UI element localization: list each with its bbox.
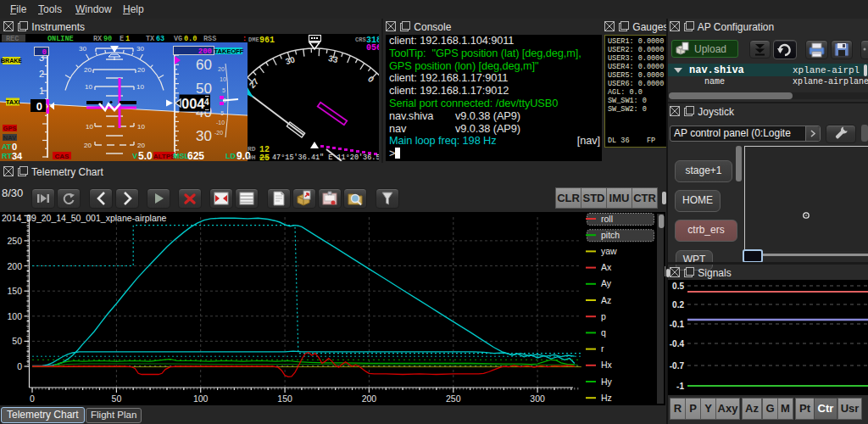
svg-text:004: 004 [181,96,205,111]
svg-text:150: 150 [277,393,292,404]
svg-text:roll: roll [601,214,613,224]
svg-text:0.2: 0.2 [672,300,684,310]
svg-text::: : [242,35,247,43]
svg-text:RT: RT [2,152,12,160]
svg-text:DME: DME [248,36,259,43]
svg-text:-0.4: -0.4 [670,339,685,349]
svg-text:5.0: 5.0 [138,150,153,161]
svg-text:Hy: Hy [601,377,613,387]
svg-text:Ay: Ay [601,278,612,288]
svg-text:q: q [601,327,606,338]
svg-text:REC: REC [6,35,19,43]
svg-text:25: 25 [259,153,270,162]
svg-text:10: 10 [137,123,145,131]
svg-text:-20: -20 [214,130,223,136]
svg-text:30: 30 [196,128,212,144]
svg-text:RX: RX [93,35,103,43]
svg-text:CRS: CRS [355,36,366,43]
svg-text:33: 33 [327,53,339,64]
svg-text:Hz: Hz [601,393,612,403]
svg-text:2: 2 [39,69,44,79]
svg-text:47°15'36.41" E 11°20'36.52": 47°15'36.41" E 11°20'36.52" [272,153,379,161]
svg-text:DH: DH [248,153,256,161]
svg-text:10: 10 [220,76,226,82]
svg-text:Az: Az [601,295,611,305]
svg-text:0: 0 [366,75,376,85]
svg-text:VG: VG [174,35,182,43]
svg-text:RD: RD [248,145,256,153]
svg-text:200: 200 [198,47,212,56]
svg-text:4: 4 [204,98,209,107]
svg-text:-0.1: -0.1 [670,320,685,329]
svg-text:20: 20 [218,66,225,72]
svg-text:10: 10 [86,123,93,131]
svg-text:BRAKE: BRAKE [1,58,22,64]
svg-text:-10: -10 [216,120,225,126]
svg-text:20: 20 [137,66,145,74]
svg-text:Hx: Hx [601,360,613,370]
svg-text:pitch: pitch [601,230,620,240]
svg-text:20: 20 [84,142,92,149]
svg-text:0: 0 [36,100,42,113]
svg-text:50: 50 [196,81,212,97]
svg-text:150: 150 [7,286,22,296]
svg-text:CAS: CAS [55,153,70,160]
svg-text:300: 300 [530,393,545,404]
svg-text:50: 50 [112,393,122,404]
svg-text:0: 0 [42,48,47,57]
svg-text:0.0: 0.0 [184,35,197,43]
svg-text:34: 34 [12,151,23,161]
svg-text:250: 250 [7,236,22,246]
svg-text:NAV: NAV [3,134,16,142]
svg-text:RSS: RSS [203,35,216,43]
svg-text:TAXI: TAXI [6,98,20,106]
svg-text:20: 20 [137,142,145,149]
svg-text:100: 100 [193,393,209,404]
svg-text:Ax: Ax [601,262,612,272]
svg-text:-5: -5 [219,110,224,116]
svg-text:0.5: 0.5 [672,282,684,291]
svg-text:TX: TX [146,35,155,43]
svg-text:90: 90 [103,35,112,43]
svg-text:p: p [601,311,606,321]
svg-text:63: 63 [156,35,164,43]
svg-text:yaw: yaw [601,246,617,256]
svg-text:TAKEOFF: TAKEOFF [214,47,244,55]
svg-text:1: 1 [125,35,130,43]
svg-text:200: 200 [7,261,22,271]
svg-text:056: 056 [366,43,379,53]
svg-text:30: 30 [284,54,296,66]
svg-text:625: 625 [187,150,204,161]
svg-text:30: 30 [136,45,144,53]
svg-text:100: 100 [7,311,22,321]
svg-text:2014_09_20_14_50_001_xplane-ai: 2014_09_20_14_50_001_xplane-airplane [2,213,167,223]
svg-text:250: 250 [446,393,461,404]
svg-text:V: V [132,152,137,160]
svg-text:20: 20 [84,66,92,74]
svg-text:200: 200 [362,393,377,404]
svg-text:961: 961 [259,36,275,45]
svg-text:30: 30 [79,45,86,53]
svg-text:AT: AT [2,142,12,151]
svg-text:5: 5 [222,87,225,93]
svg-text:r: r [601,343,604,354]
svg-text:50: 50 [12,336,22,346]
svg-text:1: 1 [39,86,44,96]
svg-text:60: 60 [196,57,212,73]
svg-text:ONLINE: ONLINE [47,35,74,43]
svg-text:0: 0 [30,393,35,404]
svg-text:10: 10 [85,83,92,91]
svg-text:GPS: GPS [3,125,17,132]
svg-text:-0.7: -0.7 [670,361,685,371]
svg-text:LD: LD [225,152,236,160]
svg-text:E: E [120,35,124,43]
svg-text:0: 0 [17,361,22,371]
svg-text:10: 10 [136,83,144,91]
svg-text:-1: -1 [676,382,684,391]
